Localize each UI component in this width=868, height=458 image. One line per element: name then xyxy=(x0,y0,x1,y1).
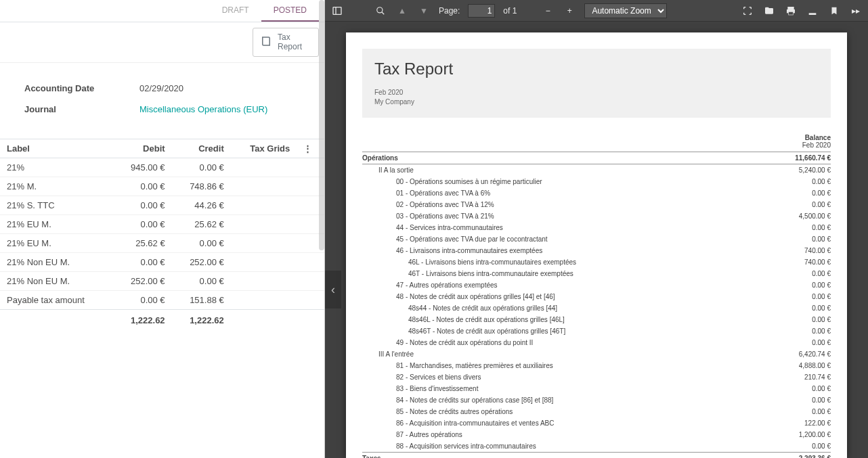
report-row: 45 - Opérations avec TVA due par le coco… xyxy=(362,233,831,245)
report-row-value: 0.00 € xyxy=(783,292,831,302)
report-row: 48 - Notes de crédit aux opérations gril… xyxy=(362,291,831,302)
cell-debit: 945.00 € xyxy=(112,158,171,177)
report-row-label: 47 - Autres opérations exemptées xyxy=(396,280,498,290)
zoom-select[interactable]: Automatic Zoom xyxy=(584,3,667,18)
page-input[interactable] xyxy=(468,4,495,18)
report-row-value: 5,240.00 € xyxy=(783,165,831,175)
bookmark-icon[interactable] xyxy=(827,4,841,18)
report-row-value: 0.00 € xyxy=(783,384,831,394)
cell-label: 21% M. xyxy=(0,177,112,196)
journal-label: Journal xyxy=(24,104,139,114)
cell-tax-grids xyxy=(231,177,297,196)
cell-debit: 0.00 € xyxy=(112,214,171,233)
table-row[interactable]: 21% EU M.0.00 €25.62 € xyxy=(0,214,324,233)
report-row: 83 - Biens d'investissement0.00 € xyxy=(362,383,831,394)
col-debit[interactable]: Debit xyxy=(112,139,171,158)
report-row: 48s46L - Notes de crédit aux opérations … xyxy=(362,314,831,325)
cell-debit: 252.00 € xyxy=(112,271,171,290)
col-credit[interactable]: Credit xyxy=(172,139,231,158)
cell-credit: 151.88 € xyxy=(172,290,231,309)
status-tabs: DRAFT POSTED xyxy=(0,0,324,22)
svg-point-2 xyxy=(377,7,383,12)
report-row: Opérations11,660.74 € xyxy=(362,152,831,164)
report-row-label: 81 - Marchandises, matières premières et… xyxy=(396,361,553,371)
report-row-label: 46 - Livraisons intra-communautaires exe… xyxy=(396,246,542,256)
table-row[interactable]: 21% M.0.00 €748.86 € xyxy=(0,177,324,196)
tab-posted[interactable]: POSTED xyxy=(261,0,319,22)
report-row: 01 - Opérations avec TVA à 6%0.00 € xyxy=(362,187,831,199)
table-row[interactable]: 21% Non EU M.252.00 €0.00 € xyxy=(0,271,324,290)
report-row: II A la sortie5,240.00 € xyxy=(362,164,831,176)
accounting-date-label: Accounting Date xyxy=(24,83,139,93)
table-row[interactable]: 21%945.00 €0.00 € xyxy=(0,158,324,177)
cell-label: 21% Non EU M. xyxy=(0,271,112,290)
prev-page-icon[interactable]: ▲ xyxy=(395,4,409,18)
tax-report-label: Tax Report xyxy=(278,32,311,52)
report-row-label: 85 - Notes de crédits autres opérations xyxy=(396,407,513,417)
report-row: 46 - Livraisons intra-communautaires exe… xyxy=(362,245,831,256)
col-tax-grids[interactable]: Tax Grids xyxy=(231,139,297,158)
cell-credit: 44.26 € xyxy=(172,196,231,214)
pdf-company: My Company xyxy=(374,97,819,107)
report-row-label: 84 - Notes de crédits sur opérations cas… xyxy=(396,395,553,405)
table-row[interactable]: 21% Non EU M.0.00 €252.00 € xyxy=(0,252,324,271)
report-row-value: 4,888.00 € xyxy=(783,361,831,371)
report-row-label: 86 - Acquisition intra-communautaires et… xyxy=(396,418,554,428)
zoom-in-icon[interactable]: + xyxy=(563,4,576,18)
svg-rect-0 xyxy=(333,7,341,14)
cell-label: 21% S. TTC xyxy=(0,196,112,214)
download-icon[interactable] xyxy=(806,4,819,18)
report-row-value: 6,420.74 € xyxy=(783,349,831,359)
pdf-page: Tax Report Feb 2020 My Company Balance F… xyxy=(346,32,847,458)
report-row-value: 2,293.36 € xyxy=(783,453,831,458)
report-row-value: 0.00 € xyxy=(783,200,831,210)
print-icon[interactable] xyxy=(784,4,798,18)
report-row: 03 - Opérations avec TVA à 21%4,500.00 € xyxy=(362,210,831,222)
page-total: of 1 xyxy=(503,6,517,16)
report-row-label: 44 - Services intra-communautaires xyxy=(396,223,503,233)
report-row-value: 0.00 € xyxy=(783,441,831,451)
svg-rect-6 xyxy=(789,12,794,15)
report-row-value: 0.00 € xyxy=(783,177,831,187)
cell-label: 21% EU M. xyxy=(0,233,112,252)
tab-draft[interactable]: DRAFT xyxy=(210,0,261,22)
accounting-date-value: 02/29/2020 xyxy=(139,83,183,93)
report-rows: Opérations11,660.74 €II A la sortie5,240… xyxy=(362,152,831,458)
cell-tax-grids xyxy=(231,214,297,233)
book-icon xyxy=(260,35,272,49)
report-row-label: 48s46L - Notes de crédit aux opérations … xyxy=(408,315,565,325)
report-row-label: 46L - Livraisons biens intra-communautai… xyxy=(408,257,576,267)
pdf-title: Tax Report xyxy=(374,60,819,78)
report-row-value: 0.00 € xyxy=(783,234,831,244)
next-page-icon[interactable]: ▼ xyxy=(417,4,431,18)
zoom-out-icon[interactable]: − xyxy=(541,4,555,18)
search-icon[interactable] xyxy=(374,4,387,18)
report-row-value: 740.00 € xyxy=(783,246,831,256)
report-row: 85 - Notes de crédits autres opérations0… xyxy=(362,406,831,417)
report-row-label: 46T - Livraisons biens intra-communautai… xyxy=(408,269,573,279)
report-row: 46T - Livraisons biens intra-communautai… xyxy=(362,268,831,279)
tools-icon[interactable]: ▸▸ xyxy=(849,4,863,18)
cell-tax-grids xyxy=(231,252,297,271)
left-scrollbar[interactable] xyxy=(319,0,324,250)
table-row[interactable]: 21% EU M.25.62 €0.00 € xyxy=(0,233,324,252)
table-row[interactable]: 21% S. TTC0.00 €44.26 € xyxy=(0,196,324,214)
report-row-label: 45 - Opérations avec TVA due par le coco… xyxy=(396,234,548,244)
pdf-body[interactable]: Tax Report Feb 2020 My Company Balance F… xyxy=(325,22,868,458)
presentation-icon[interactable] xyxy=(741,4,754,18)
tax-report-button[interactable]: Tax Report xyxy=(253,28,319,57)
open-file-icon[interactable] xyxy=(762,4,776,18)
sidebar-toggle-icon[interactable] xyxy=(330,4,344,18)
report-row-value: 740.00 € xyxy=(783,257,831,267)
report-row-value: 0.00 € xyxy=(783,338,831,348)
col-label[interactable]: Label xyxy=(0,139,112,158)
cell-debit: 0.00 € xyxy=(112,290,171,309)
cell-tax-grids xyxy=(231,233,297,252)
table-row[interactable]: Payable tax amount0.00 €151.88 € xyxy=(0,290,324,309)
cell-debit: 0.00 € xyxy=(112,177,171,196)
total-credit: 1,222.62 xyxy=(172,309,231,329)
journal-value[interactable]: Miscellaneous Operations (EUR) xyxy=(139,104,267,114)
report-row: 00 - Opérations soumises à un régime par… xyxy=(362,176,831,187)
cell-debit: 25.62 € xyxy=(112,233,171,252)
cell-tax-grids xyxy=(231,290,297,309)
